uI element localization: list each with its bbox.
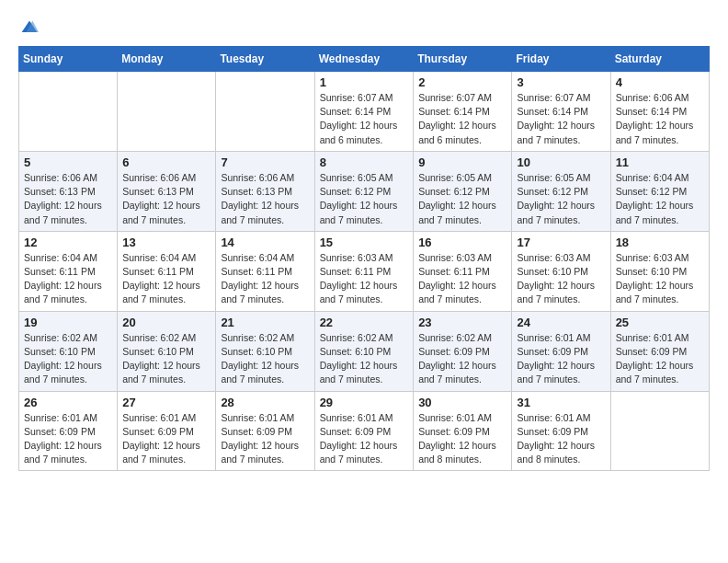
logo [18,18,39,37]
day-number: 13 [122,236,210,249]
day-number: 23 [418,316,506,329]
day-number: 9 [418,155,506,169]
logo-icon [20,18,39,37]
day-number: 25 [616,316,704,329]
calendar-cell: 13Sunrise: 6:04 AM Sunset: 6:11 PM Dayli… [118,231,216,311]
calendar-table: SundayMondayTuesdayWednesdayThursdayFrid… [18,46,710,471]
calendar-week-2: 5Sunrise: 6:06 AM Sunset: 6:13 PM Daylig… [19,151,710,231]
day-detail: Sunrise: 6:06 AM Sunset: 6:14 PM Dayligh… [616,91,704,147]
calendar-cell: 27Sunrise: 6:01 AM Sunset: 6:09 PM Dayli… [118,391,216,471]
day-number: 2 [418,75,506,89]
calendar-cell: 1Sunrise: 6:07 AM Sunset: 6:14 PM Daylig… [314,72,414,152]
day-number: 10 [517,155,605,169]
day-detail: Sunrise: 6:05 AM Sunset: 6:12 PM Dayligh… [418,171,506,227]
day-number: 24 [517,316,605,329]
day-number: 14 [221,236,309,249]
day-number: 15 [320,236,409,249]
day-detail: Sunrise: 6:01 AM Sunset: 6:09 PM Dayligh… [418,411,506,467]
day-header-sunday: Sunday [19,47,118,72]
calendar-cell: 19Sunrise: 6:02 AM Sunset: 6:10 PM Dayli… [19,311,118,391]
calendar-cell: 10Sunrise: 6:05 AM Sunset: 6:12 PM Dayli… [512,151,610,231]
day-header-tuesday: Tuesday [216,47,314,72]
day-number: 3 [517,75,605,89]
calendar-cell: 28Sunrise: 6:01 AM Sunset: 6:09 PM Dayli… [216,391,314,471]
calendar-cell: 20Sunrise: 6:02 AM Sunset: 6:10 PM Dayli… [118,311,216,391]
day-number: 4 [616,75,704,89]
day-detail: Sunrise: 6:02 AM Sunset: 6:10 PM Dayligh… [24,331,112,387]
calendar-cell: 24Sunrise: 6:01 AM Sunset: 6:09 PM Dayli… [512,311,610,391]
day-number: 30 [418,396,506,409]
day-detail: Sunrise: 6:02 AM Sunset: 6:10 PM Dayligh… [122,331,210,387]
day-detail: Sunrise: 6:04 AM Sunset: 6:11 PM Dayligh… [122,251,210,307]
calendar-week-1: 1Sunrise: 6:07 AM Sunset: 6:14 PM Daylig… [19,72,710,152]
calendar-cell: 31Sunrise: 6:01 AM Sunset: 6:09 PM Dayli… [512,391,610,471]
day-number: 7 [221,155,309,169]
day-detail: Sunrise: 6:02 AM Sunset: 6:10 PM Dayligh… [221,331,309,387]
day-detail: Sunrise: 6:05 AM Sunset: 6:12 PM Dayligh… [517,171,605,227]
day-number: 31 [517,396,605,409]
day-detail: Sunrise: 6:03 AM Sunset: 6:11 PM Dayligh… [320,251,409,307]
day-detail: Sunrise: 6:05 AM Sunset: 6:12 PM Dayligh… [320,171,409,227]
calendar-cell: 21Sunrise: 6:02 AM Sunset: 6:10 PM Dayli… [216,311,314,391]
day-number: 1 [320,75,409,89]
day-number: 20 [122,316,210,329]
day-number: 11 [616,155,704,169]
day-detail: Sunrise: 6:02 AM Sunset: 6:09 PM Dayligh… [418,331,506,387]
calendar-cell: 8Sunrise: 6:05 AM Sunset: 6:12 PM Daylig… [314,151,414,231]
calendar-cell [610,391,709,471]
calendar-cell: 18Sunrise: 6:03 AM Sunset: 6:10 PM Dayli… [610,231,709,311]
calendar-cell: 6Sunrise: 6:06 AM Sunset: 6:13 PM Daylig… [118,151,216,231]
day-number: 27 [122,396,210,409]
day-number: 16 [418,236,506,249]
day-detail: Sunrise: 6:07 AM Sunset: 6:14 PM Dayligh… [418,91,506,147]
day-detail: Sunrise: 6:03 AM Sunset: 6:11 PM Dayligh… [418,251,506,307]
day-header-saturday: Saturday [610,47,709,72]
day-detail: Sunrise: 6:07 AM Sunset: 6:14 PM Dayligh… [517,91,605,147]
day-number: 6 [122,155,210,169]
calendar-cell: 5Sunrise: 6:06 AM Sunset: 6:13 PM Daylig… [19,151,118,231]
day-detail: Sunrise: 6:01 AM Sunset: 6:09 PM Dayligh… [221,411,309,467]
calendar-cell: 16Sunrise: 6:03 AM Sunset: 6:11 PM Dayli… [414,231,512,311]
day-number: 22 [320,316,409,329]
calendar-cell: 9Sunrise: 6:05 AM Sunset: 6:12 PM Daylig… [414,151,512,231]
calendar-cell: 26Sunrise: 6:01 AM Sunset: 6:09 PM Dayli… [19,391,118,471]
day-detail: Sunrise: 6:01 AM Sunset: 6:09 PM Dayligh… [122,411,210,467]
day-detail: Sunrise: 6:01 AM Sunset: 6:09 PM Dayligh… [320,411,409,467]
day-detail: Sunrise: 6:01 AM Sunset: 6:09 PM Dayligh… [517,331,605,387]
calendar-cell: 17Sunrise: 6:03 AM Sunset: 6:10 PM Dayli… [512,231,610,311]
day-number: 5 [24,155,112,169]
day-number: 18 [616,236,704,249]
day-number: 17 [517,236,605,249]
day-detail: Sunrise: 6:03 AM Sunset: 6:10 PM Dayligh… [517,251,605,307]
day-number: 28 [221,396,309,409]
calendar-cell [216,72,314,152]
day-header-monday: Monday [118,47,216,72]
day-detail: Sunrise: 6:03 AM Sunset: 6:10 PM Dayligh… [616,251,704,307]
day-number: 12 [24,236,112,249]
day-detail: Sunrise: 6:01 AM Sunset: 6:09 PM Dayligh… [24,411,112,467]
calendar-cell: 3Sunrise: 6:07 AM Sunset: 6:14 PM Daylig… [512,72,610,152]
calendar-cell: 25Sunrise: 6:01 AM Sunset: 6:09 PM Dayli… [610,311,709,391]
calendar-cell: 12Sunrise: 6:04 AM Sunset: 6:11 PM Dayli… [19,231,118,311]
day-detail: Sunrise: 6:04 AM Sunset: 6:11 PM Dayligh… [221,251,309,307]
calendar-cell: 30Sunrise: 6:01 AM Sunset: 6:09 PM Dayli… [414,391,512,471]
calendar-cell: 11Sunrise: 6:04 AM Sunset: 6:12 PM Dayli… [610,151,709,231]
day-detail: Sunrise: 6:06 AM Sunset: 6:13 PM Dayligh… [122,171,210,227]
day-detail: Sunrise: 6:01 AM Sunset: 6:09 PM Dayligh… [616,331,704,387]
day-header-friday: Friday [512,47,610,72]
calendar-week-3: 12Sunrise: 6:04 AM Sunset: 6:11 PM Dayli… [19,231,710,311]
day-number: 19 [24,316,112,329]
calendar-cell: 7Sunrise: 6:06 AM Sunset: 6:13 PM Daylig… [216,151,314,231]
day-number: 21 [221,316,309,329]
calendar-cell: 2Sunrise: 6:07 AM Sunset: 6:14 PM Daylig… [414,72,512,152]
calendar-cell: 23Sunrise: 6:02 AM Sunset: 6:09 PM Dayli… [414,311,512,391]
day-detail: Sunrise: 6:04 AM Sunset: 6:12 PM Dayligh… [616,171,704,227]
calendar-week-4: 19Sunrise: 6:02 AM Sunset: 6:10 PM Dayli… [19,311,710,391]
page-header [18,18,710,37]
day-detail: Sunrise: 6:01 AM Sunset: 6:09 PM Dayligh… [517,411,605,467]
calendar-cell [19,72,118,152]
day-number: 8 [320,155,409,169]
calendar-header-row: SundayMondayTuesdayWednesdayThursdayFrid… [19,47,710,72]
day-header-wednesday: Wednesday [314,47,414,72]
calendar-cell: 14Sunrise: 6:04 AM Sunset: 6:11 PM Dayli… [216,231,314,311]
